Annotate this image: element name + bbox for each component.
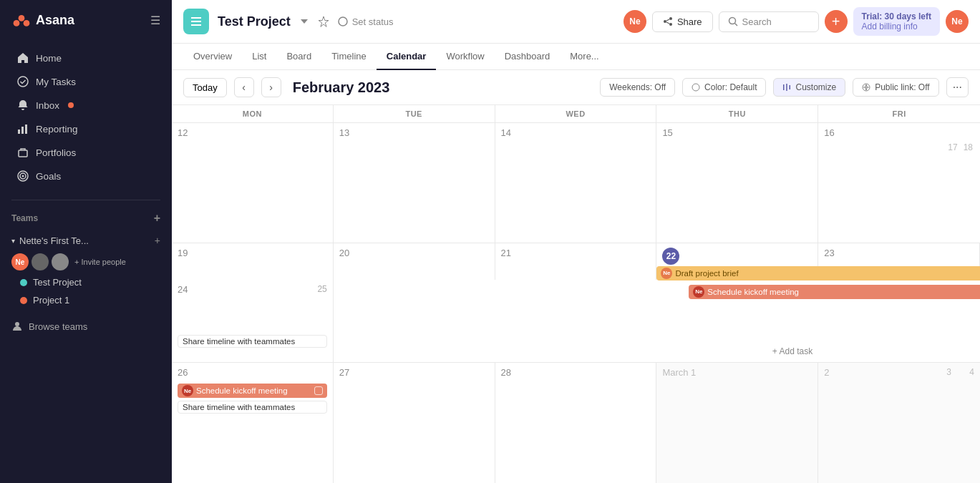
cal-cell-13: 13: [334, 123, 495, 243]
sidebar-item-inbox[interactable]: Inbox: [6, 94, 166, 117]
add-task-global-button[interactable]: +: [825, 10, 848, 33]
teams-label: Teams: [11, 213, 38, 223]
browse-teams-button[interactable]: Browse teams: [0, 315, 172, 338]
tab-calendar[interactable]: Calendar: [377, 44, 437, 70]
tab-overview[interactable]: Overview: [183, 44, 242, 70]
add-project-to-team-icon[interactable]: +: [155, 235, 160, 246]
svg-point-16: [669, 17, 672, 20]
date-march4: 4: [969, 367, 974, 377]
public-link-button[interactable]: Public link: Off: [853, 78, 938, 97]
hamburger-icon[interactable]: ☰: [150, 14, 160, 27]
event-draft-project-brief[interactable]: Ne Draft project brief: [656, 266, 980, 280]
calendar-week-3: 26 Ne Schedule kickoff meeting Share tim…: [172, 363, 980, 483]
sidebar-item-portfolios[interactable]: Portfolios: [6, 141, 166, 164]
share-button[interactable]: Share: [652, 11, 713, 32]
calendar-day-headers: MON TUE WED THU FRI: [172, 105, 980, 123]
add-task-label: + Add task: [772, 346, 812, 356]
sidebar-divider: [11, 200, 160, 200]
day-header-fri: FRI: [818, 105, 980, 122]
tab-list[interactable]: List: [242, 44, 276, 70]
calendar-month-label: February 2023: [293, 79, 390, 96]
circle-icon: [338, 16, 348, 26]
tab-workflow[interactable]: Workflow: [436, 44, 494, 70]
header-actions: Ne Share Search + Trial: 30 days left Ad…: [624, 7, 969, 36]
svg-point-11: [15, 322, 19, 326]
inbox-badge: [68, 102, 74, 108]
event-share-timeline-week2[interactable]: Share timeline with teammates: [178, 335, 327, 348]
user-avatar-header: Ne: [624, 10, 646, 33]
tab-more[interactable]: More...: [560, 44, 608, 70]
date-14: 14: [501, 127, 651, 138]
add-task-week2[interactable]: + Add task: [772, 346, 812, 356]
event-schedule-kickoff-week2[interactable]: Ne Schedule kickoff meeting: [689, 285, 980, 299]
event-share-text: Share timeline with teammates: [183, 337, 322, 346]
chevron-down-icon[interactable]: [299, 16, 309, 26]
prev-month-button[interactable]: ‹: [234, 77, 254, 97]
sidebar-item-my-tasks-label: My Tasks: [36, 77, 76, 87]
search-box[interactable]: Search: [719, 11, 819, 32]
event-avatar-ne-2: Ne: [693, 286, 704, 298]
home-icon: [17, 52, 29, 64]
sidebar: Asana ☰ Home My Tasks Inbox Reporting Po…: [0, 0, 172, 483]
cal-cell-21: 21: [495, 243, 657, 280]
tab-board[interactable]: Board: [276, 44, 321, 70]
set-status[interactable]: Set status: [338, 16, 394, 27]
team-name-item[interactable]: ▾ Nette's First Te... +: [0, 230, 172, 250]
svg-point-21: [729, 18, 735, 24]
toolbar-right: Weekends: Off Color: Default Customize P…: [600, 77, 969, 97]
svg-rect-5: [21, 127, 24, 134]
cal-cell-24-25: 24 Share timeline with teammates 25: [172, 280, 334, 362]
person-icon: [11, 321, 23, 332]
more-options-button[interactable]: ···: [946, 77, 969, 97]
asana-logo[interactable]: Asana: [11, 10, 74, 30]
svg-line-19: [666, 19, 669, 21]
color-default-button[interactable]: Color: Default: [682, 78, 766, 97]
main-header: Test Project Set status Ne Share Search …: [172, 0, 980, 44]
event-avatar-ne-3: Ne: [182, 385, 193, 396]
next-month-button[interactable]: ›: [261, 77, 281, 97]
list-icon: [189, 14, 203, 29]
event-kickoff-text-2: Schedule kickoff meeting: [196, 386, 311, 395]
star-icon[interactable]: [318, 16, 329, 27]
sidebar-item-inbox-label: Inbox: [36, 100, 59, 111]
sidebar-item-goals-label: Goals: [36, 171, 61, 182]
svg-rect-26: [790, 85, 791, 89]
customize-button[interactable]: Customize: [773, 78, 845, 97]
calendar-body: 12 13 14 15 16 17: [172, 123, 980, 483]
date-15: 15: [662, 127, 812, 138]
invite-people-button[interactable]: + Invite people: [74, 258, 126, 266]
event-share-timeline-week3[interactable]: Share timeline with teammates: [178, 401, 327, 414]
team-avatars: Ne + Invite people: [0, 250, 172, 273]
team-name-label: Nette's First Te...: [19, 235, 89, 246]
add-team-button[interactable]: +: [154, 212, 160, 225]
project-title: Test Project: [218, 14, 291, 29]
add-billing-link[interactable]: Add billing info: [862, 21, 931, 31]
today-button[interactable]: Today: [183, 78, 227, 97]
project-item-project-1[interactable]: Project 1: [0, 291, 172, 309]
date-27: 27: [339, 367, 489, 378]
date-23: 23: [824, 248, 974, 258]
sidebar-item-my-tasks[interactable]: My Tasks: [6, 70, 166, 93]
check-circle-icon: [17, 76, 29, 87]
avatar-1: [31, 253, 49, 270]
date-12: 12: [178, 127, 327, 138]
sidebar-item-reporting[interactable]: Reporting: [6, 117, 166, 140]
sidebar-item-goals[interactable]: Goals: [6, 165, 166, 187]
sidebar-item-home[interactable]: Home: [6, 47, 166, 69]
browse-teams-label: Browse teams: [29, 321, 87, 332]
project-item-1-label: Project 1: [33, 295, 69, 306]
svg-rect-13: [191, 21, 201, 22]
date-march1: March 1: [662, 367, 812, 378]
tab-timeline[interactable]: Timeline: [321, 44, 377, 70]
sidebar-logo: Asana ☰: [0, 0, 172, 40]
date-28: 28: [501, 367, 651, 378]
tab-dashboard[interactable]: Dashboard: [495, 44, 561, 70]
date-26: 26: [178, 367, 327, 378]
svg-point-18: [669, 23, 672, 26]
date-16: 16: [824, 127, 834, 138]
event-schedule-kickoff-week3[interactable]: Ne Schedule kickoff meeting: [178, 384, 327, 398]
user-avatar-corner[interactable]: Ne: [946, 10, 969, 33]
share-label: Share: [677, 16, 702, 27]
project-item-test-project[interactable]: Test Project: [0, 273, 172, 291]
weekends-off-button[interactable]: Weekends: Off: [600, 78, 675, 97]
